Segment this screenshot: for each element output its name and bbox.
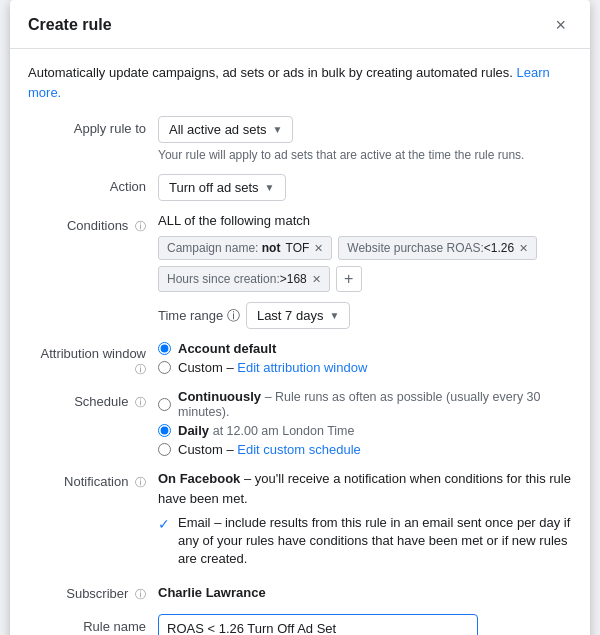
notification-info-icon: ⓘ [135,476,146,488]
tag1-value: TOF [282,241,309,255]
notification-text: On Facebook – you'll receive a notificat… [158,469,572,508]
time-range-info-icon: ⓘ [227,308,240,323]
rule-name-label: Rule name [28,614,158,634]
time-range-dropdown[interactable]: Last 7 days ▼ [246,302,350,329]
action-dropdown[interactable]: Turn off ad sets ▼ [158,174,286,201]
edit-attribution-link[interactable]: Edit attribution window [237,360,367,375]
attribution-info-icon: ⓘ [135,363,146,375]
apply-rule-arrow-icon: ▼ [273,124,283,135]
add-condition-button[interactable]: + [336,266,362,292]
schedule-radio-2[interactable] [158,424,171,437]
schedule-info-icon: ⓘ [135,396,146,408]
attribution-radio-group: Account default Custom – Edit attributio… [158,341,572,375]
schedule-radio-group: Continuously – Rule runs as often as pos… [158,389,572,457]
description-text: Automatically update campaigns, ad sets … [28,63,572,102]
condition-tag-1: Campaign name: not TOF ✕ [158,236,332,260]
tag3-close-icon[interactable]: ✕ [312,273,321,286]
modal-title: Create rule [28,16,112,34]
apply-rule-dropdown[interactable]: All active ad sets ▼ [158,116,293,143]
schedule-label-1[interactable]: Continuously – Rule runs as often as pos… [178,389,572,419]
subscriber-content: Charlie Lawrance [158,581,572,600]
tag3-op: > [280,272,287,286]
schedule-label-3[interactable]: Custom – Edit custom schedule [178,442,361,457]
email-checkmark-icon: ✓ [158,515,170,535]
notification-content: On Facebook – you'll receive a notificat… [158,469,572,569]
tag3-value: 168 [287,272,307,286]
attribution-row: Attribution window ⓘ Account default Cus… [28,341,572,377]
apply-rule-content: All active ad sets ▼ Your rule will appl… [158,116,572,162]
conditions-content: ALL of the following match Campaign name… [158,213,572,329]
apply-rule-label: Apply rule to [28,116,158,136]
tag2-name: Website purchase ROAS: [347,241,484,255]
tag2-value: 1.26 [491,241,514,255]
email-check-bold: Email [178,515,211,530]
tag1-name: Campaign name: [167,241,258,255]
schedule-radio-3[interactable] [158,443,171,456]
apply-rule-row: Apply rule to All active ad sets ▼ Your … [28,116,572,162]
rule-name-input[interactable] [158,614,478,635]
schedule-label: Schedule ⓘ [28,389,158,410]
time-range-label: Time range ⓘ [158,307,240,325]
attribution-radio-2[interactable] [158,361,171,374]
schedule-option-3: Custom – Edit custom schedule [158,442,572,457]
email-check-row: ✓ Email – include results from this rule… [158,514,572,569]
subscriber-info-icon: ⓘ [135,588,146,600]
rule-name-content [158,614,572,635]
attribution-option-1: Account default [158,341,572,356]
modal-body: Automatically update campaigns, ad sets … [10,49,590,635]
schedule-row: Schedule ⓘ Continuously – Rule runs as o… [28,389,572,457]
subscriber-name: Charlie Lawrance [158,581,572,600]
schedule-label-2[interactable]: Daily at 12.00 am London Time [178,423,354,438]
edit-schedule-link[interactable]: Edit custom schedule [237,442,361,457]
time-range-row: Time range ⓘ Last 7 days ▼ [158,302,572,329]
schedule-option-2: Daily at 12.00 am London Time [158,423,572,438]
email-check-text: – include results from this rule in an e… [178,515,570,566]
attribution-label: Attribution window ⓘ [28,341,158,377]
action-arrow-icon: ▼ [265,182,275,193]
tag2-op: < [484,241,491,255]
notification-label: Notification ⓘ [28,469,158,490]
tag3-name: Hours since creation: [167,272,280,286]
schedule-content: Continuously – Rule runs as often as pos… [158,389,572,457]
notification-row: Notification ⓘ On Facebook – you'll rece… [28,469,572,569]
condition-tags: Campaign name: not TOF ✕ Website purchas… [158,236,572,292]
action-label: Action [28,174,158,194]
tag2-close-icon[interactable]: ✕ [519,242,528,255]
conditions-info-icon: ⓘ [135,220,146,232]
attribution-option-2: Custom – Edit attribution window [158,360,572,375]
action-content: Turn off ad sets ▼ [158,174,572,201]
attribution-content: Account default Custom – Edit attributio… [158,341,572,375]
tag1-close-icon[interactable]: ✕ [314,242,323,255]
create-rule-modal: Create rule × Automatically update campa… [10,0,590,635]
condition-tag-3: Hours since creation: > 168 ✕ [158,266,330,292]
subscriber-label: Subscriber ⓘ [28,581,158,602]
conditions-label: Conditions ⓘ [28,213,158,234]
schedule-option-1: Continuously – Rule runs as often as pos… [158,389,572,419]
time-range-arrow-icon: ▼ [329,310,339,321]
attribution-radio-1[interactable] [158,342,171,355]
attribution-label-1[interactable]: Account default [178,341,276,356]
modal-header: Create rule × [10,0,590,49]
conditions-header: ALL of the following match [158,213,572,228]
apply-rule-hint: Your rule will apply to ad sets that are… [158,148,572,162]
condition-tag-2: Website purchase ROAS: < 1.26 ✕ [338,236,537,260]
conditions-row: Conditions ⓘ ALL of the following match … [28,213,572,329]
subscriber-row: Subscriber ⓘ Charlie Lawrance [28,581,572,602]
rule-name-row: Rule name [28,614,572,635]
schedule-radio-1[interactable] [158,398,171,411]
attribution-label-2[interactable]: Custom – Edit attribution window [178,360,367,375]
close-button[interactable]: × [549,14,572,36]
tag1-not: not [258,241,280,255]
action-row: Action Turn off ad sets ▼ [28,174,572,201]
